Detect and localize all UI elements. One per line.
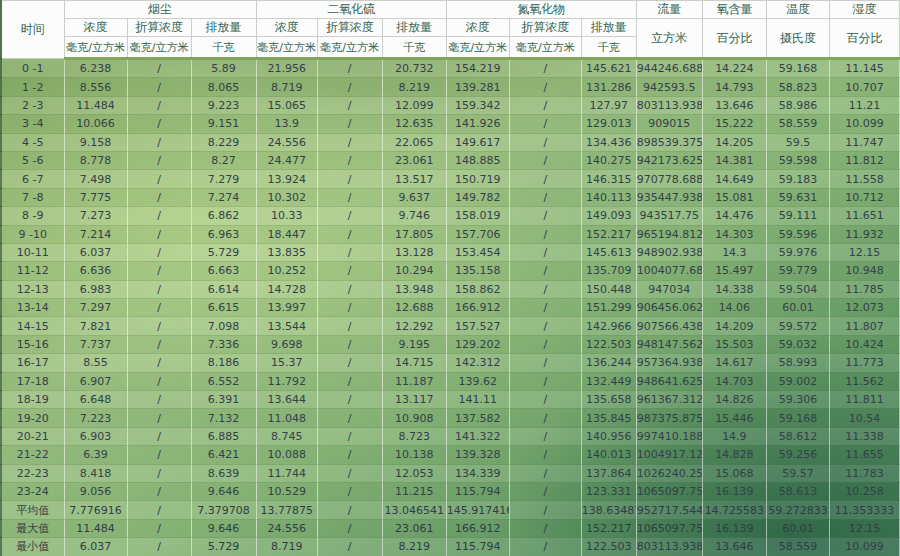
- value-cell: /: [509, 78, 581, 96]
- value-cell: /: [127, 280, 191, 298]
- time-cell: 3 -4: [1, 115, 64, 133]
- value-cell: 12.053: [382, 464, 446, 482]
- unit-humidity: 百分比: [829, 19, 899, 59]
- value-cell: 140.275: [581, 151, 636, 169]
- time-cell: 8 -9: [1, 207, 64, 225]
- value-cell: 157.706: [446, 225, 509, 243]
- value-cell: 24.477: [256, 151, 317, 169]
- value-cell: /: [317, 372, 382, 390]
- time-cell: 0 -1: [1, 59, 64, 78]
- summary-row: 最小值6.037/5.7298.719/8.219115.794/122.503…: [1, 538, 900, 556]
- time-cell: 23-24: [1, 482, 64, 500]
- value-cell: 942173.625: [636, 151, 702, 169]
- value-cell: 11.655: [829, 446, 899, 464]
- col-header-dust-converted: 折算浓度: [127, 19, 191, 37]
- value-cell: 59.168: [766, 59, 829, 78]
- value-cell: 140.013: [581, 446, 636, 464]
- value-cell: 23.061: [382, 519, 446, 537]
- value-cell: /: [509, 170, 581, 188]
- value-cell: 17.805: [382, 225, 446, 243]
- value-cell: 11.558: [829, 170, 899, 188]
- value-cell: /: [509, 207, 581, 225]
- value-cell: 12.15: [829, 243, 899, 261]
- value-cell: /: [509, 519, 581, 537]
- table-row: 13-147.297/6.61513.997/12.688166.912/151…: [1, 299, 900, 317]
- col-header-oxygen: 氧含量: [702, 1, 766, 19]
- value-cell: /: [317, 262, 382, 280]
- value-cell: /: [509, 96, 581, 114]
- value-cell: 7.279: [191, 170, 256, 188]
- value-cell: 58.559: [766, 538, 829, 556]
- value-cell: 138.634875: [581, 501, 636, 519]
- value-cell: 24.556: [256, 519, 317, 537]
- value-cell: 11.811: [829, 391, 899, 409]
- value-cell: 7.223: [64, 409, 127, 427]
- value-cell: 145.613: [581, 243, 636, 261]
- time-cell: 平均值: [1, 501, 64, 519]
- value-cell: 11.145: [829, 59, 899, 78]
- unit-dust-emission: 千克: [191, 37, 256, 59]
- value-cell: /: [509, 335, 581, 353]
- value-cell: 948641.625: [636, 372, 702, 390]
- col-group-dust: 烟尘: [64, 1, 256, 19]
- value-cell: /: [317, 243, 382, 261]
- value-cell: 13.9: [256, 115, 317, 133]
- value-cell: 24.556: [256, 133, 317, 151]
- value-cell: 154.219: [446, 59, 509, 78]
- unit-nox-emission: 千克: [581, 37, 636, 59]
- col-header-nox-emission: 排放量: [581, 19, 636, 37]
- value-cell: 11.792: [256, 372, 317, 390]
- value-cell: 11.215: [382, 482, 446, 500]
- value-cell: 11.338: [829, 427, 899, 445]
- value-cell: 14.703: [702, 372, 766, 390]
- value-cell: 141.11: [446, 391, 509, 409]
- value-cell: 153.454: [446, 243, 509, 261]
- col-group-so2: 二氧化硫: [256, 1, 446, 19]
- value-cell: /: [317, 409, 382, 427]
- time-cell: 22-23: [1, 464, 64, 482]
- table-row: 8 -97.273/6.86210.33/9.746158.019/149.09…: [1, 207, 900, 225]
- value-cell: 6.648: [64, 391, 127, 409]
- value-cell: 10.54: [829, 409, 899, 427]
- value-cell: 13.924: [256, 170, 317, 188]
- table-row: 17-186.907/6.55211.792/11.187139.62/132.…: [1, 372, 900, 390]
- value-cell: 142.312: [446, 354, 509, 372]
- value-cell: 123.331: [581, 482, 636, 500]
- value-cell: 14.476: [702, 207, 766, 225]
- value-cell: 957364.938: [636, 354, 702, 372]
- value-cell: 23.061: [382, 151, 446, 169]
- value-cell: 150.719: [446, 170, 509, 188]
- time-cell: 11-12: [1, 262, 64, 280]
- value-cell: 145.621: [581, 59, 636, 78]
- value-cell: /: [317, 464, 382, 482]
- value-cell: /: [509, 391, 581, 409]
- value-cell: 20.732: [382, 59, 446, 78]
- value-cell: /: [509, 262, 581, 280]
- value-cell: 129.013: [581, 115, 636, 133]
- value-cell: 12.15: [829, 519, 899, 537]
- table-row: 9 -107.214/6.96318.447/17.805157.706/152…: [1, 225, 900, 243]
- value-cell: 58.823: [766, 78, 829, 96]
- value-cell: 129.202: [446, 335, 509, 353]
- value-cell: 9.698: [256, 335, 317, 353]
- time-cell: 18-19: [1, 391, 64, 409]
- value-cell: 12.635: [382, 115, 446, 133]
- value-cell: /: [317, 446, 382, 464]
- value-cell: /: [127, 519, 191, 537]
- value-cell: 15.068: [702, 464, 766, 482]
- value-cell: 6.037: [64, 538, 127, 556]
- value-cell: 10.088: [256, 446, 317, 464]
- value-cell: /: [509, 280, 581, 298]
- value-cell: /: [317, 115, 382, 133]
- value-cell: 970778.688: [636, 170, 702, 188]
- value-cell: 131.286: [581, 78, 636, 96]
- value-cell: 22.065: [382, 133, 446, 151]
- value-cell: 9.151: [191, 115, 256, 133]
- time-cell: 20-21: [1, 427, 64, 445]
- unit-dust-concentration: 毫克/立方米: [64, 37, 127, 59]
- value-cell: 1065097.75: [636, 482, 702, 500]
- value-cell: 997410.188: [636, 427, 702, 445]
- value-cell: 13.835: [256, 243, 317, 261]
- value-cell: 8.065: [191, 78, 256, 96]
- table-row: 5 -68.778/8.2724.477/23.061148.885/140.2…: [1, 151, 900, 169]
